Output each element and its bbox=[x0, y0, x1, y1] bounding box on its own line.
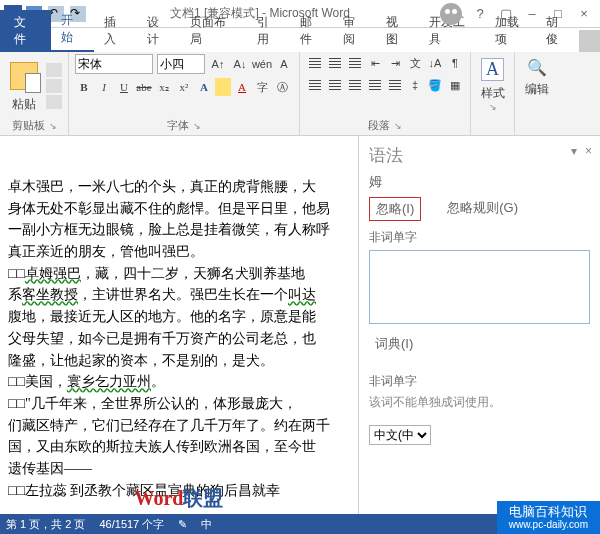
suggestions-box[interactable] bbox=[369, 250, 590, 324]
panel-close-icon[interactable]: × bbox=[585, 144, 592, 158]
grammar-panel: ▾ × 语法 姆 忽略(I) 忽略规则(G) 非词单字 词典(I) 非词单字 该… bbox=[358, 136, 600, 514]
underline-button[interactable]: U bbox=[115, 78, 133, 96]
asian-layout-icon[interactable]: 文 bbox=[406, 54, 424, 72]
copy-icon[interactable] bbox=[46, 79, 62, 93]
tab-addins[interactable]: 加载项 bbox=[485, 10, 540, 52]
bullets-icon[interactable] bbox=[306, 54, 324, 72]
status-proofing-icon[interactable]: ✎ bbox=[178, 518, 187, 531]
multilevel-icon[interactable] bbox=[346, 54, 364, 72]
shading-icon[interactable]: 🪣 bbox=[426, 76, 444, 94]
sort-icon[interactable]: ↓A bbox=[426, 54, 444, 72]
line: □□卓姆强巴，藏，四十二岁，天狮名犬驯养基地 bbox=[8, 263, 358, 285]
styles-label: 样式 bbox=[481, 85, 505, 102]
tab-references[interactable]: 引用 bbox=[247, 10, 290, 52]
show-marks-icon[interactable]: ¶ bbox=[446, 54, 464, 72]
increase-indent-icon[interactable]: ⇥ bbox=[386, 54, 404, 72]
line: 身体无处不彰显出藏不住的彪悍。但是平日里，他易 bbox=[8, 198, 358, 220]
site-watermark: 电脑百科知识 www.pc-daily.com bbox=[497, 501, 600, 534]
tab-design[interactable]: 设计 bbox=[137, 10, 180, 52]
styles-glyph-icon: A bbox=[481, 58, 504, 81]
paste-label: 粘贴 bbox=[12, 96, 36, 113]
line: 卓木强巴，一米八七的个头，真正的虎背熊腰，大 bbox=[8, 176, 358, 198]
line: 真正亲近的朋友，管他叫强巴。 bbox=[8, 241, 358, 263]
line: 们藏区特产，它们已经存在了几千万年了。约在两千 bbox=[8, 415, 358, 437]
tab-view[interactable]: 视图 bbox=[376, 10, 419, 52]
skull-decoration-icon bbox=[440, 3, 462, 25]
tab-insert[interactable]: 插入 bbox=[94, 10, 137, 52]
highlight-button[interactable] bbox=[215, 78, 231, 96]
panel-subject: 姆 bbox=[369, 173, 590, 191]
enclose-char-icon[interactable]: Ⓐ bbox=[273, 78, 291, 96]
grow-font-icon[interactable]: A↑ bbox=[209, 55, 227, 73]
font-launcher-icon[interactable]: ↘ bbox=[193, 121, 201, 131]
find-icon: 🔍 bbox=[527, 58, 547, 77]
format-painter-icon[interactable] bbox=[46, 95, 62, 109]
site-url: www.pc-daily.com bbox=[509, 519, 588, 530]
dictionary-button[interactable]: 词典(I) bbox=[369, 334, 419, 353]
numbering-icon[interactable] bbox=[326, 54, 344, 72]
document-text: 卓木强巴，一米八七的个头，真正的虎背熊腰，大 身体无处不彰显出藏不住的彪悍。但是… bbox=[8, 176, 358, 501]
line: □□美国，寰乡乞力亚州。 bbox=[8, 371, 358, 393]
avatar-icon[interactable] bbox=[579, 30, 600, 52]
font-size-combo[interactable] bbox=[157, 54, 205, 74]
subscript-button[interactable]: x₂ bbox=[155, 78, 173, 96]
distribute-icon[interactable] bbox=[386, 76, 404, 94]
align-left-icon[interactable] bbox=[306, 76, 324, 94]
cut-icon[interactable] bbox=[46, 63, 62, 77]
section-heading-2: 非词单字 bbox=[369, 373, 590, 390]
section-heading-1: 非词单字 bbox=[369, 229, 590, 246]
explanation-note: 该词不能单独成词使用。 bbox=[369, 394, 590, 411]
account-name[interactable]: 胡俊 bbox=[540, 10, 575, 52]
line: 隆盛，让他起家的资本，不是别的，是犬。 bbox=[8, 350, 358, 372]
ribbon-tabs: 文件 开始 插入 设计 页面布局 引用 邮件 审阅 视图 开发工具 加载项 胡俊 bbox=[0, 28, 600, 52]
paragraph-group-label: 段落 bbox=[368, 118, 390, 133]
font-color-button[interactable]: A bbox=[233, 78, 251, 96]
tab-mailings[interactable]: 邮件 bbox=[290, 10, 333, 52]
line: 腹地，最接近无人区的地方。他的名字，原意是能 bbox=[8, 306, 358, 328]
site-name: 电脑百科知识 bbox=[509, 505, 587, 519]
styles-button[interactable]: A 样式 bbox=[477, 54, 508, 102]
tab-review[interactable]: 审阅 bbox=[333, 10, 376, 52]
decrease-indent-icon[interactable]: ⇤ bbox=[366, 54, 384, 72]
superscript-button[interactable]: x² bbox=[175, 78, 193, 96]
paste-button[interactable]: 粘贴 bbox=[6, 60, 42, 113]
justify-icon[interactable] bbox=[366, 76, 384, 94]
styles-launcher-icon[interactable]: ↘ bbox=[489, 102, 497, 112]
clipboard-launcher-icon[interactable]: ↘ bbox=[49, 121, 57, 131]
status-word-count[interactable]: 46/1517 个字 bbox=[99, 517, 164, 532]
borders-icon[interactable]: ▦ bbox=[446, 76, 464, 94]
editing-button[interactable]: 🔍 编辑 bbox=[521, 54, 553, 98]
paragraph-launcher-icon[interactable]: ↘ bbox=[394, 121, 402, 131]
line: 遗传基因—— bbox=[8, 458, 358, 480]
panel-options-icon[interactable]: ▾ bbox=[571, 144, 577, 158]
panel-title: 语法 bbox=[369, 144, 590, 167]
strikethrough-button[interactable]: abe bbox=[135, 78, 153, 96]
clipboard-icon bbox=[10, 62, 38, 90]
align-center-icon[interactable] bbox=[326, 76, 344, 94]
close-icon[interactable]: × bbox=[572, 4, 596, 24]
tab-layout[interactable]: 页面布局 bbox=[180, 10, 246, 52]
ignore-button[interactable]: 忽略(I) bbox=[369, 197, 421, 221]
phonetic-guide-icon[interactable]: wén bbox=[253, 55, 271, 73]
char-shading-icon[interactable]: 字 bbox=[253, 78, 271, 96]
line: □□"几千年来，全世界所公认的，体形最庞大， bbox=[8, 393, 358, 415]
status-page[interactable]: 第 1 页，共 2 页 bbox=[6, 517, 85, 532]
italic-button[interactable]: I bbox=[95, 78, 113, 96]
text-effects-button[interactable]: A bbox=[195, 78, 213, 96]
font-group-label: 字体 bbox=[167, 118, 189, 133]
char-border-icon[interactable]: A bbox=[275, 55, 293, 73]
shrink-font-icon[interactable]: A↓ bbox=[231, 55, 249, 73]
ignore-rule-button[interactable]: 忽略规则(G) bbox=[441, 197, 524, 221]
font-name-combo[interactable] bbox=[75, 54, 153, 74]
tab-home[interactable]: 开始 bbox=[51, 8, 94, 52]
file-tab[interactable]: 文件 bbox=[0, 10, 51, 52]
ribbon: 粘贴 剪贴板↘ A↑ A↓ wén A B I U ab bbox=[0, 52, 600, 136]
language-select[interactable]: 中文(中 bbox=[369, 425, 431, 445]
document-canvas[interactable]: 卓木强巴，一米八七的个头，真正的虎背熊腰，大 身体无处不彰显出藏不住的彪悍。但是… bbox=[0, 136, 358, 514]
line-spacing-icon[interactable]: ‡ bbox=[406, 76, 424, 94]
align-right-icon[interactable] bbox=[346, 76, 364, 94]
status-language[interactable]: 中 bbox=[201, 517, 212, 532]
bold-button[interactable]: B bbox=[75, 78, 93, 96]
clipboard-group: 粘贴 剪贴板↘ bbox=[0, 52, 69, 135]
line: 国，又由东欧的斯拉夫族人传到欧洲各国，至今世 bbox=[8, 436, 358, 458]
